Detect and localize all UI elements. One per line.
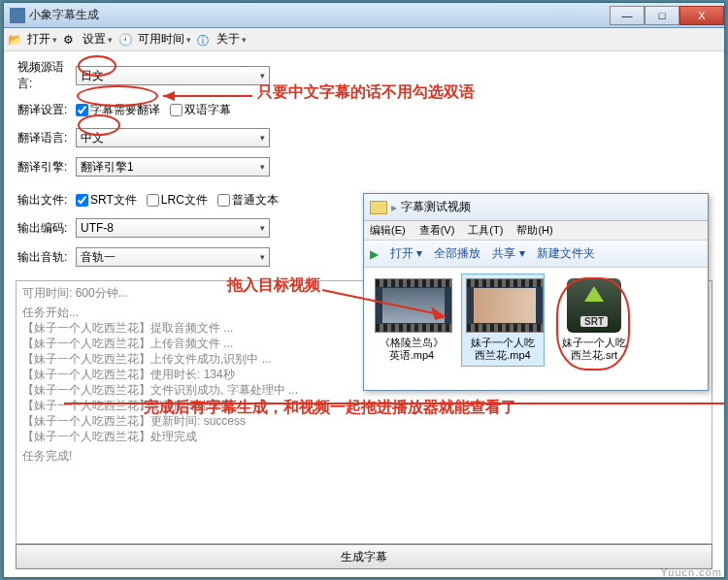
trans-lang-value: 中文 [81,130,104,146]
trans-set-label: 翻译设置: [17,102,76,118]
clock-icon: 🕘 [118,33,132,47]
file-name: 妹子一个人吃西兰花.srt [557,337,631,362]
file-name: 《格陵兰岛》英语.mp4 [375,337,448,362]
trans-lang-select[interactable]: 中文▾ [76,128,270,147]
file-item-selected[interactable]: 妹子一个人吃西兰花.mp4 [461,274,545,367]
explorer-window: ▸ 字幕测试视频 编辑(E) 查看(V) 工具(T) 帮助(H) ▶ 打开 ▾ … [363,193,709,391]
srt-checkbox[interactable]: SRT文件 [76,192,137,209]
source-lang-label: 视频源语言: [17,59,76,92]
log-line: 【妹子一个人吃西兰花】更新时间: success [22,413,706,429]
window-buttons: — □ X [610,6,724,25]
log-line: 【妹子一个人吃西兰花】字幕翻译处理中 ... [22,398,706,413]
menu-time[interactable]: 可用时间▾ [134,29,195,49]
window-title: 小象字幕生成 [29,7,610,23]
open-icon: 📂 [8,33,21,47]
watermark: Yuucn.com [661,566,722,578]
log-done: 任务完成! [22,448,706,464]
encoding-value: UTF-8 [81,221,114,235]
folder-path: 字幕测试视频 [401,199,471,215]
plain-checkbox[interactable]: 普通文本 [217,192,279,209]
app-icon [10,8,25,23]
menu-time-label: 可用时间 [138,31,184,48]
menu-settings-label: 设置 [83,31,106,48]
menu-settings[interactable]: 设置▾ [79,29,116,49]
video-thumb [375,278,452,333]
folder-icon [370,201,387,214]
engine-value: 翻译引擎1 [81,159,134,176]
titlebar: 小象字幕生成 — □ X [4,3,724,28]
engine-label: 翻译引擎: [17,159,76,176]
explorer-toolbar: ▶ 打开 ▾ 全部播放 共享 ▾ 新建文件夹 [364,241,708,268]
gear-icon: ⚙ [63,33,77,47]
exp-menu-edit[interactable]: 编辑(E) [370,223,406,238]
exp-share[interactable]: 共享 ▾ [492,245,524,262]
explorer-menubar: 编辑(E) 查看(V) 工具(T) 帮助(H) [364,221,708,241]
exp-menu-tools[interactable]: 工具(T) [468,223,503,238]
lrc-checkbox[interactable]: LRC文件 [147,192,208,209]
encoding-select[interactable]: UTF-8▾ [76,218,270,238]
menu-open[interactable]: 打开▾ [23,29,61,49]
generate-button[interactable]: 生成字幕 [16,544,712,569]
close-button[interactable]: X [679,6,724,25]
exp-playall[interactable]: 全部播放 [434,245,480,262]
file-item[interactable]: 《格陵兰岛》英语.mp4 [370,274,453,367]
exp-menu-help[interactable]: 帮助(H) [516,223,552,238]
exp-newfolder[interactable]: 新建文件夹 [537,245,595,262]
bilingual-checkbox[interactable]: 双语字幕 [170,102,231,118]
source-lang-value: 日文 [81,68,104,84]
menu-about[interactable]: 关于▾ [213,29,250,49]
engine-select[interactable]: 翻译引擎1▾ [76,157,270,177]
track-value: 音轨一 [81,249,116,266]
info-icon: ⓘ [197,33,211,47]
exp-open[interactable]: 打开 ▾ [390,245,422,262]
breadcrumb-sep: ▸ [391,201,397,214]
track-label: 输出音轨: [17,249,76,266]
explorer-body: 《格陵兰岛》英语.mp4 妹子一个人吃西兰花.mp4 SRT 妹子一个人吃西兰花… [364,268,708,372]
need-trans-checkbox[interactable]: 字幕需要翻译 [76,102,160,118]
menu-open-label: 打开 [27,31,50,48]
menubar: 📂 打开▾ ⚙ 设置▾ 🕘 可用时间▾ ⓘ 关于▾ [4,28,724,51]
srt-thumb: SRT [567,278,621,333]
exp-menu-view[interactable]: 查看(V) [419,223,455,238]
menu-about-label: 关于 [216,31,240,48]
address-bar[interactable]: ▸ 字幕测试视频 [364,194,708,221]
file-name: 妹子一个人吃西兰花.mp4 [466,337,540,362]
minimize-button[interactable]: — [610,6,645,25]
trans-lang-label: 翻译语言: [17,130,76,146]
outfile-label: 输出文件: [17,192,76,209]
track-select[interactable]: 音轨一▾ [76,247,270,267]
play-icon: ▶ [370,247,379,261]
log-line: 【妹子一个人吃西兰花】处理完成 [22,429,706,444]
maximize-button[interactable]: □ [645,6,679,25]
video-thumb [466,278,544,333]
source-lang-select[interactable]: 日文▾ [76,66,270,85]
file-item[interactable]: SRT 妹子一个人吃西兰花.srt [552,274,636,367]
encoding-label: 输出编码: [17,220,76,237]
bottom-bar: 生成字幕 [16,544,712,569]
